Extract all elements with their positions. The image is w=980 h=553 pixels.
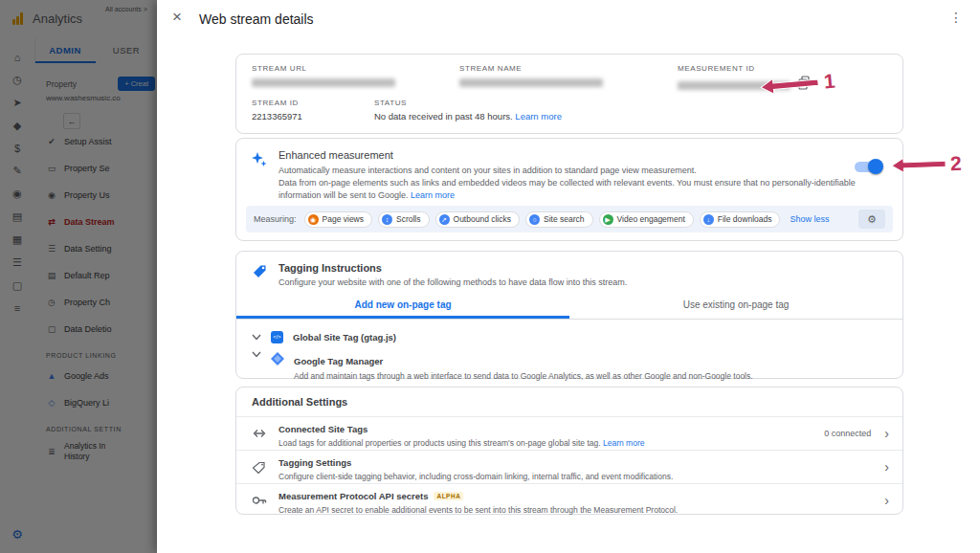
data-deletion-icon: ▢ <box>46 324 57 334</box>
measurement-protocol-row[interactable]: Measurement Protocol API secretsALPHA Cr… <box>236 484 902 517</box>
close-icon[interactable]: × <box>172 8 182 27</box>
user-management-icon: ◉ <box>46 190 57 200</box>
product-linking-header: PRODUCT LINKING <box>34 343 157 363</box>
chip-outbound-clicks[interactable]: ↗ Outbound clicks <box>435 211 520 228</box>
tab-add-new-on-page-tag[interactable]: Add new on-page tag <box>236 294 569 319</box>
enhanced-settings-gear-icon[interactable]: ⚙ <box>858 210 885 229</box>
chip-page-views[interactable]: ◉ Page views <box>304 211 372 228</box>
tagging-tabs: Add new on-page tag Use existing on-page… <box>236 294 902 320</box>
chevron-right-icon: › <box>882 494 891 507</box>
sidebar-item-bigquery[interactable]: ◇ BigQuery Li <box>34 389 157 416</box>
google-tag-manager-icon <box>271 352 284 365</box>
chip-site-search[interactable]: ○ Site search <box>525 211 593 228</box>
setup-assistant-icon: ✔ <box>46 137 57 146</box>
sidebar-item-default-reports[interactable]: ▤ Default Rep <box>34 262 157 289</box>
chip-file-downloads[interactable]: ↓ File downloads <box>700 211 781 228</box>
enhanced-learn-more-link[interactable]: Learn more <box>411 190 455 200</box>
reports-icon[interactable]: ➤ <box>12 97 21 109</box>
sidebar-item-data-deletion[interactable]: ▢ Data Deletio <box>34 316 157 343</box>
outbound-clicks-icon: ↗ <box>439 214 450 225</box>
chip-scrolls[interactable]: ↕ Scrolls <box>378 211 430 228</box>
nav-rail: ⌂ ◷ ➤ ◆ $ ✎ ◉ ▤ ▦ ☰ ▢ ≡ ⚙ <box>0 38 35 553</box>
tagging-instructions-icon <box>252 264 267 279</box>
show-less-link[interactable]: Show less <box>790 214 829 224</box>
video-engagement-icon: ▶ <box>603 214 613 225</box>
stream-id-value: 2213365971 <box>252 111 374 122</box>
chip-video-engagement[interactable]: ▶ Video engagement <box>599 211 694 228</box>
explore-icon[interactable]: ◉ <box>12 188 22 200</box>
tagging-settings-icon <box>252 461 267 474</box>
stream-name-label: STREAM NAME <box>459 64 678 73</box>
tag-icon[interactable]: ◆ <box>13 120 21 132</box>
page-title: Web stream details <box>199 11 314 27</box>
status-learn-more-link[interactable]: Learn more <box>515 111 562 122</box>
sidebar-item-change-history[interactable]: ◷ Property Ch <box>34 289 157 316</box>
sidebar-item-data-settings[interactable]: ☰ Data Setting <box>34 235 157 262</box>
page-views-icon: ◉ <box>308 214 319 225</box>
chart-icon[interactable]: ▤ <box>12 210 22 223</box>
change-history-icon: ◷ <box>46 298 57 307</box>
tab-use-existing-on-page-tag[interactable]: Use existing on-page tag <box>569 294 902 319</box>
connected-site-tags-row[interactable]: Connected Site Tags Load tags for additi… <box>236 417 902 451</box>
tab-admin[interactable]: ADMIN <box>34 38 96 63</box>
property-domain[interactable]: www.washesmusic.co <box>46 94 153 102</box>
intelligence-history-icon: ≣ <box>46 447 57 456</box>
additional-settings-header: ADDITIONAL SETTIN <box>34 416 157 436</box>
property-settings-icon: ▭ <box>46 164 57 173</box>
chevron-right-icon: › <box>882 460 891 474</box>
google-tag-manager-row[interactable]: Google Tag Manager Add and maintain tags… <box>236 349 902 380</box>
gtag-icon: </> <box>271 331 283 343</box>
tagging-instructions-card: Tagging Instructions Configure your webs… <box>235 251 903 379</box>
copy-icon[interactable] <box>798 76 811 90</box>
connected-count: 0 connected <box>824 429 871 438</box>
web-stream-details-panel: × Web stream details ⋮ STREAM URL STREAM… <box>157 0 980 553</box>
home-icon[interactable]: ⌂ <box>14 52 21 63</box>
enhanced-measurement-description: Automatically measure interactions and c… <box>278 165 891 202</box>
tab-user[interactable]: USER <box>96 38 157 63</box>
monetization-icon[interactable]: $ <box>14 143 20 154</box>
modal-header: × Web stream details ⋮ <box>157 0 980 38</box>
audiences-icon[interactable]: ☰ <box>12 256 22 269</box>
sidebar-item-setup-assistant[interactable]: ✔ Setup Assist <box>34 128 157 155</box>
status-label: STATUS <box>374 99 562 107</box>
property-menu: ✔ Setup Assist ▭ Property Se ◉ Property … <box>34 128 157 467</box>
chevron-down-icon <box>252 334 261 341</box>
tagging-instructions-title: Tagging Instructions <box>278 262 382 274</box>
events-icon[interactable]: ▢ <box>12 279 22 292</box>
enhanced-measurement-title: Enhanced measurement <box>278 149 393 161</box>
realtime-icon[interactable]: ◷ <box>12 74 22 86</box>
annotation-number-2: 2 <box>950 152 963 175</box>
sidebar: Analytics All accounts > ADMIN USER ⌂ ◷ … <box>0 0 157 553</box>
enhanced-measurement-toggle[interactable] <box>855 162 881 172</box>
analytics-logo-icon <box>12 12 23 25</box>
sidebar-item-google-ads[interactable]: ▲ Google Ads <box>34 363 157 389</box>
additional-settings-card: Additional Settings Connected Site Tags … <box>235 387 903 515</box>
global-site-tag-row[interactable]: </> Global Site Tag (gtag.js) <box>236 324 902 349</box>
breadcrumb[interactable]: All accounts > <box>105 6 155 12</box>
additional-settings-title: Additional Settings <box>236 387 902 417</box>
data-streams-icon: ⇄ <box>46 217 57 227</box>
back-button[interactable]: ← <box>63 113 80 129</box>
sidebar-item-property-settings[interactable]: ▭ Property Se <box>34 155 157 182</box>
chevron-right-icon: › <box>882 427 891 440</box>
kebab-menu-icon[interactable]: ⋮ <box>949 10 963 25</box>
sidebar-item-analytics-intelligence-history[interactable]: ≣ Analytics In History <box>34 436 157 467</box>
file-downloads-icon: ↓ <box>703 214 714 225</box>
list-icon[interactable]: ≡ <box>14 302 20 314</box>
measurement-id-redacted-value <box>678 81 791 90</box>
enhanced-measurement-card: Enhanced measurement Automatically measu… <box>235 138 903 241</box>
sidebar-item-data-streams[interactable]: ⇄ Data Stream <box>34 209 157 235</box>
measuring-label: Measuring: <box>254 214 297 224</box>
edit-icon[interactable]: ✎ <box>12 165 21 177</box>
top-bar: Analytics All accounts > <box>0 0 157 39</box>
library-icon[interactable]: ▦ <box>12 233 22 246</box>
sparkle-icon <box>251 151 268 168</box>
sidebar-item-property-users[interactable]: ◉ Property Us <box>34 182 157 209</box>
admin-gear-icon[interactable]: ⚙ <box>0 527 34 542</box>
tagging-settings-row[interactable]: Tagging Settings Configure client-side t… <box>236 451 902 484</box>
bigquery-icon: ◇ <box>46 398 57 408</box>
connected-site-tags-learn-more-link[interactable]: Learn more <box>603 438 644 448</box>
create-button[interactable]: + Creat <box>118 77 155 91</box>
measuring-strip: Measuring: ◉ Page views ↕ Scrolls ↗ Outb… <box>246 206 893 232</box>
tagging-instructions-subtitle: Configure your website with one of the f… <box>278 277 627 287</box>
